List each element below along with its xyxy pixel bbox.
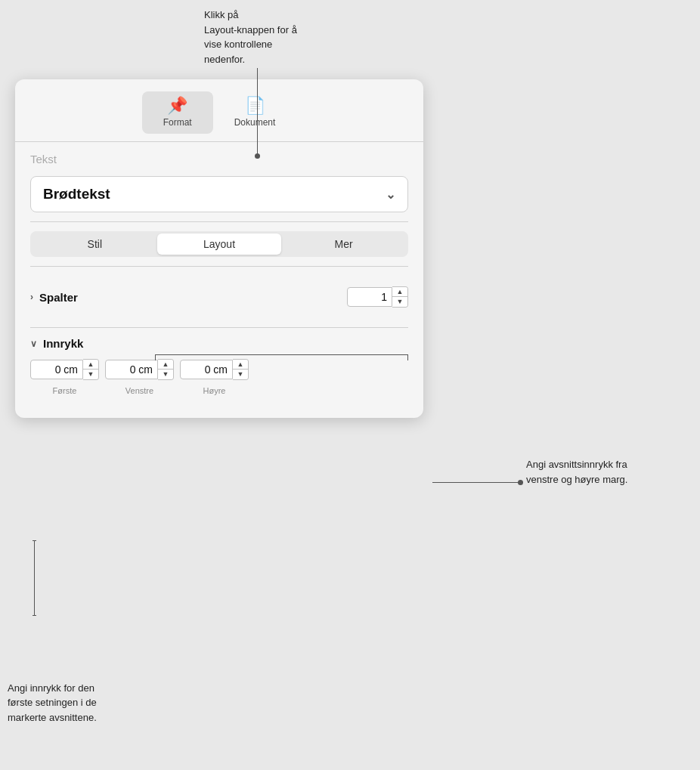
style-dropdown[interactable]: Brødtekst ⌄ [30, 176, 408, 212]
tab-format-label: Format [163, 117, 192, 128]
innrykk-fields: 0 cm ▲ ▼ Første 0 cm [30, 359, 408, 395]
forste-input[interactable]: 0 cm [30, 360, 83, 379]
sub-tab-layout[interactable]: Layout [157, 233, 282, 255]
chevron-down-icon: ∨ [30, 339, 37, 349]
tooltip-bottom: Angi innrykk for den første setningen i … [8, 681, 174, 725]
venstre-input-row: 0 cm ▲ ▼ [105, 359, 174, 380]
innrykk-section: ∨ Innrykk 0 cm ▲ ▼ [15, 337, 423, 403]
main-container: Klikk på Layout-knappen for å vise kontr… [0, 0, 700, 770]
venstre-input[interactable]: 0 cm [105, 360, 158, 379]
hoyre-increment-button[interactable]: ▲ [233, 360, 248, 370]
forste-increment-button[interactable]: ▲ [83, 360, 98, 370]
divider-1 [30, 221, 408, 222]
hoyre-label: Høyre [203, 386, 226, 395]
divider-3 [30, 327, 408, 328]
forste-label: Første [53, 386, 77, 395]
tooltip-right: Angi avsnittsinnrykk fra venstre og høyr… [526, 457, 692, 487]
section-label: Tekst [15, 142, 423, 170]
venstre-label: Venstre [125, 386, 153, 395]
hoyre-stepper-buttons: ▲ ▼ [233, 359, 249, 380]
spalter-increment-button[interactable]: ▲ [392, 287, 407, 297]
tooltip-top-line [257, 68, 258, 159]
panel-tab-bar: 📌 Format 📄 Dokument [15, 79, 423, 142]
first-indent-bracket [34, 540, 35, 616]
document-icon: 📄 [245, 97, 265, 114]
hoyre-input-row: 0 cm ▲ ▼ [180, 359, 249, 380]
innrykk-header: ∨ Innrykk [30, 337, 408, 350]
field-forste: 0 cm ▲ ▼ Første [30, 359, 99, 395]
tab-dokument[interactable]: 📄 Dokument [213, 91, 297, 134]
divider-2 [30, 266, 408, 267]
tooltip-top: Klikk på Layout-knappen for å vise kontr… [204, 8, 297, 66]
spalter-row: › Spalter 1 ▲ ▼ [15, 276, 423, 318]
field-hoyre: 0 cm ▲ ▼ Høyre [180, 359, 249, 395]
forste-decrement-button[interactable]: ▼ [83, 370, 98, 379]
format-panel: 📌 Format 📄 Dokument Tekst Brødtekst ⌄ St… [15, 79, 423, 418]
tab-dokument-label: Dokument [234, 117, 276, 128]
sub-tab-mer[interactable]: Mer [281, 233, 406, 255]
sub-tab-bar: Stil Layout Mer [30, 231, 408, 257]
innrykk-label: Innrykk [43, 337, 83, 350]
tab-format[interactable]: 📌 Format [142, 91, 213, 134]
bracket-line-right [407, 354, 408, 360]
hoyre-input[interactable]: 0 cm [180, 360, 233, 379]
chevron-right-icon: › [30, 292, 33, 302]
forste-stepper-buttons: ▲ ▼ [83, 359, 99, 380]
style-value: Brødtekst [43, 186, 110, 203]
chevron-down-icon: ⌄ [386, 187, 395, 202]
bracket-line-top [155, 354, 408, 355]
spalter-title: › Spalter [30, 291, 78, 304]
hoyre-decrement-button[interactable]: ▼ [233, 370, 248, 379]
innrykk-fields-container: 0 cm ▲ ▼ Første 0 cm [30, 359, 408, 395]
spalter-input[interactable]: 1 [347, 287, 392, 307]
tooltip-right-line [432, 482, 523, 483]
venstre-stepper-buttons: ▲ ▼ [158, 359, 174, 380]
spalter-label: Spalter [39, 291, 78, 304]
spalter-decrement-button[interactable]: ▼ [392, 297, 407, 307]
format-icon: 📌 [167, 97, 187, 114]
forste-input-row: 0 cm ▲ ▼ [30, 359, 99, 380]
spalter-stepper: 1 ▲ ▼ [347, 286, 408, 308]
field-venstre: 0 cm ▲ ▼ Venstre [105, 359, 174, 395]
sub-tab-stil[interactable]: Stil [33, 233, 157, 255]
bracket-line-left [155, 354, 156, 360]
venstre-decrement-button[interactable]: ▼ [158, 370, 173, 379]
spalter-stepper-buttons: ▲ ▼ [392, 286, 408, 308]
venstre-increment-button[interactable]: ▲ [158, 360, 173, 370]
